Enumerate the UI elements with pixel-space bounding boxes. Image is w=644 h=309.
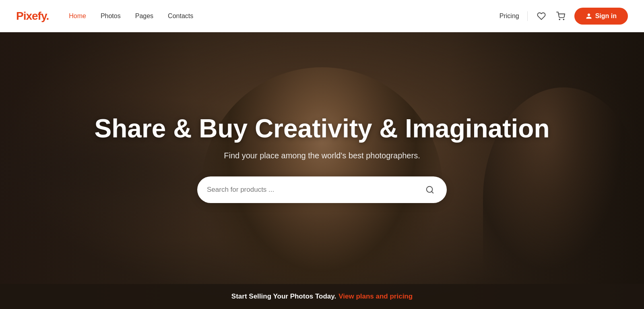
nav-links: Home Photos Pages Contacts [69, 12, 193, 20]
nav-item-home[interactable]: Home [69, 12, 86, 20]
nav-item-pages[interactable]: Pages [135, 12, 153, 20]
signin-button[interactable]: Sign in [574, 8, 628, 25]
logo-text: Pixefy [16, 10, 46, 22]
banner-link[interactable]: View plans and pricing [339, 292, 413, 301]
svg-point-1 [563, 19, 564, 20]
svg-point-0 [559, 19, 560, 20]
search-icon[interactable] [423, 182, 437, 197]
pricing-link[interactable]: Pricing [500, 12, 519, 20]
search-bar [197, 176, 447, 203]
bottom-banner: Start Selling Your Photos Today. View pl… [0, 284, 644, 309]
nav-right: Pricing Sign in [500, 8, 628, 25]
banner-text: Start Selling Your Photos Today. [231, 292, 336, 301]
signin-label: Sign in [595, 12, 617, 20]
nav-item-contacts[interactable]: Contacts [168, 12, 193, 20]
hero-content: Share & Buy Creativity & Imagination Fin… [0, 32, 644, 309]
logo[interactable]: Pixefy. [16, 10, 49, 23]
search-input[interactable] [207, 186, 423, 194]
nav-divider [527, 11, 528, 21]
nav-item-photos[interactable]: Photos [101, 12, 121, 20]
hero-section: Share & Buy Creativity & Imagination Fin… [0, 32, 644, 309]
wishlist-icon[interactable] [536, 10, 547, 22]
hero-title: Share & Buy Creativity & Imagination [95, 114, 550, 144]
svg-line-3 [431, 191, 433, 193]
logo-dot: . [46, 10, 49, 22]
cart-icon[interactable] [555, 10, 566, 22]
hero-subtitle: Find your place among the world's best p… [224, 151, 420, 160]
navbar: Pixefy. Home Photos Pages Contacts Prici… [0, 0, 644, 32]
